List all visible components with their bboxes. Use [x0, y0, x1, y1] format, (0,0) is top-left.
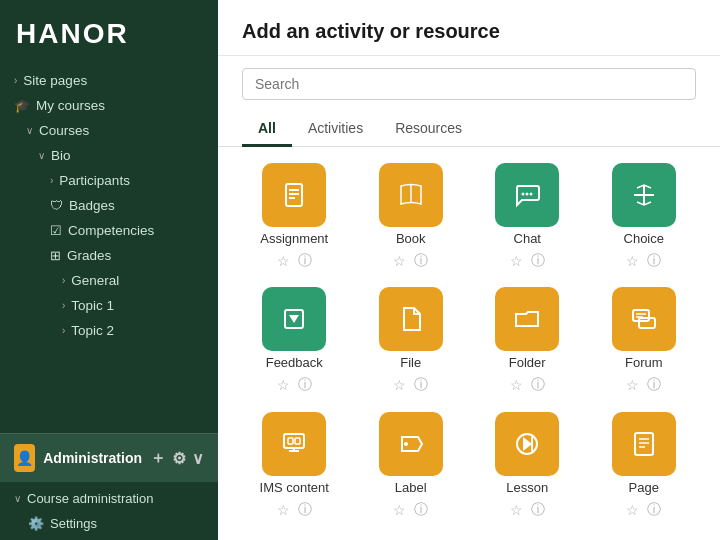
activity-label: Assignment [260, 231, 328, 246]
chevron-down-icon[interactable]: ∨ [192, 449, 204, 468]
list-item: File ☆ ⓘ [359, 287, 464, 399]
add-icon[interactable]: ＋ [150, 448, 166, 469]
label-icon[interactable] [379, 412, 443, 476]
sidebar-item-topic2[interactable]: › Topic 2 [0, 318, 218, 343]
star-icon[interactable]: ☆ [510, 502, 523, 518]
activity-actions: ☆ ⓘ [626, 252, 661, 270]
star-icon[interactable]: ☆ [393, 377, 406, 393]
file-icon[interactable] [379, 287, 443, 351]
sidebar-item-course-admin[interactable]: ∨ Course administration [0, 486, 218, 511]
list-item: Chat ☆ ⓘ [475, 163, 580, 275]
sidebar-item-my-courses[interactable]: 🎓 My courses [0, 93, 218, 118]
list-item: Folder ☆ ⓘ [475, 287, 580, 399]
course-admin-section: ∨ Course administration ⚙️ Settings [0, 482, 218, 540]
sidebar-label: Topic 1 [71, 298, 114, 313]
svg-point-7 [530, 193, 533, 196]
lesson-icon[interactable] [495, 412, 559, 476]
activity-actions: ☆ ⓘ [626, 376, 661, 394]
activity-label: File [400, 355, 421, 370]
info-icon[interactable]: ⓘ [647, 252, 661, 270]
sidebar-label: General [71, 273, 119, 288]
svg-point-21 [404, 442, 408, 446]
info-icon[interactable]: ⓘ [531, 376, 545, 394]
logo: HANOR [0, 0, 218, 64]
page-icon[interactable] [612, 412, 676, 476]
folder-icon[interactable] [495, 287, 559, 351]
info-icon[interactable]: ⓘ [531, 252, 545, 270]
feedback-icon[interactable] [262, 287, 326, 351]
tabs-bar: All Activities Resources [218, 112, 720, 147]
sidebar-item-competencies[interactable]: ☑ Competencies [0, 218, 218, 243]
dialog-title: Add an activity or resource [242, 20, 696, 43]
activity-label: Lesson [506, 480, 548, 495]
sidebar-item-bio[interactable]: ∨ Bio [0, 143, 218, 168]
sidebar-label: Competencies [68, 223, 154, 238]
activity-label: Feedback [266, 355, 323, 370]
star-icon[interactable]: ☆ [277, 502, 290, 518]
activity-actions: ☆ ⓘ [510, 376, 545, 394]
star-icon[interactable]: ☆ [393, 502, 406, 518]
avatar: 👤 [14, 444, 35, 472]
svg-rect-16 [284, 434, 304, 448]
sidebar-item-badges[interactable]: 🛡 Badges [0, 193, 218, 218]
info-icon[interactable]: ⓘ [298, 376, 312, 394]
sidebar-nav: › Site pages 🎓 My courses ∨ Courses ∨ Bi… [0, 64, 218, 433]
activity-actions: ☆ ⓘ [393, 376, 428, 394]
sidebar-item-site-pages[interactable]: › Site pages [0, 68, 218, 93]
sidebar-label: Badges [69, 198, 115, 213]
star-icon[interactable]: ☆ [277, 253, 290, 269]
list-item: Page ☆ ⓘ [592, 412, 697, 524]
info-icon[interactable]: ⓘ [647, 501, 661, 519]
activity-actions: ☆ ⓘ [277, 252, 312, 270]
activity-actions: ☆ ⓘ [277, 376, 312, 394]
ims-content-icon[interactable] [262, 412, 326, 476]
shield-icon: 🛡 [50, 198, 63, 213]
sidebar-item-general[interactable]: › General [0, 268, 218, 293]
choice-icon[interactable] [612, 163, 676, 227]
sidebar-label: Site pages [23, 73, 87, 88]
sidebar-label: Settings [50, 516, 97, 531]
info-icon[interactable]: ⓘ [531, 501, 545, 519]
info-icon[interactable]: ⓘ [414, 252, 428, 270]
sidebar-item-topic1[interactable]: › Topic 1 [0, 293, 218, 318]
info-icon[interactable]: ⓘ [298, 501, 312, 519]
info-icon[interactable]: ⓘ [298, 252, 312, 270]
sidebar-item-courses[interactable]: ∨ Courses [0, 118, 218, 143]
tab-all[interactable]: All [242, 112, 292, 147]
chat-icon[interactable] [495, 163, 559, 227]
star-icon[interactable]: ☆ [626, 253, 639, 269]
activity-label: Label [395, 480, 427, 495]
admin-label: Administration [43, 450, 142, 466]
sidebar-item-participants[interactable]: › Participants [0, 168, 218, 193]
sidebar-label: Topic 2 [71, 323, 114, 338]
activity-label: Folder [509, 355, 546, 370]
check-icon: ☑ [50, 223, 62, 238]
sidebar-label: My courses [36, 98, 105, 113]
list-item: Lesson ☆ ⓘ [475, 412, 580, 524]
star-icon[interactable]: ☆ [277, 377, 290, 393]
activity-actions: ☆ ⓘ [393, 252, 428, 270]
sidebar-item-grades[interactable]: ⊞ Grades [0, 243, 218, 268]
assignment-icon[interactable] [262, 163, 326, 227]
sidebar-item-settings[interactable]: ⚙️ Settings [0, 511, 218, 536]
svg-point-6 [526, 193, 529, 196]
star-icon[interactable]: ☆ [626, 377, 639, 393]
list-item: IMS content ☆ ⓘ [242, 412, 347, 524]
tab-resources[interactable]: Resources [379, 112, 478, 147]
info-icon[interactable]: ⓘ [414, 376, 428, 394]
info-icon[interactable]: ⓘ [647, 376, 661, 394]
star-icon[interactable]: ☆ [510, 377, 523, 393]
star-icon[interactable]: ☆ [393, 253, 406, 269]
book-icon[interactable] [379, 163, 443, 227]
search-input[interactable] [242, 68, 696, 100]
gear-icon[interactable]: ⚙ [172, 449, 186, 468]
star-icon[interactable]: ☆ [510, 253, 523, 269]
star-icon[interactable]: ☆ [626, 502, 639, 518]
activity-label: Forum [625, 355, 663, 370]
forum-icon[interactable] [612, 287, 676, 351]
activity-actions: ☆ ⓘ [510, 252, 545, 270]
grid-icon: ⊞ [50, 248, 61, 263]
tab-activities[interactable]: Activities [292, 112, 379, 147]
info-icon[interactable]: ⓘ [414, 501, 428, 519]
activities-grid: Assignment ☆ ⓘ Book ☆ ⓘ [218, 147, 720, 540]
